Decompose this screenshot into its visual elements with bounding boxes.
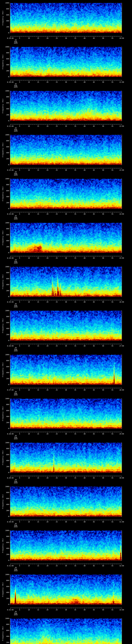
y-axis-title: Frequency (Hz) [2, 98, 4, 113]
x-minute-tick-label: 10 [28, 301, 30, 303]
x-minute-tick-label: 5 [19, 521, 20, 523]
y-tick-label: 800 [0, 624, 9, 625]
y-tick-label: 0 [0, 340, 9, 341]
y-tick-label: 600 [0, 542, 9, 543]
x-minute-tick-label: 5 [19, 565, 20, 566]
date-line: 2015 [14, 394, 18, 396]
x-minute-tick-label: 20 [46, 345, 48, 347]
x-minute-tick-label: 5 [19, 301, 20, 303]
x-minute-tick-label: 25 [56, 345, 58, 347]
x-minute-tick-label: 50 [102, 126, 104, 127]
x-minute-tick-label: 30 [65, 433, 67, 435]
x-minute-tick-label: 55 [112, 477, 113, 479]
y-axis-title: Frequency (Hz) [2, 318, 4, 333]
x-minute-tick-label: 20 [46, 609, 48, 611]
x-minute-tick-label: 30 [65, 38, 67, 39]
y-axis-title: Frequency (Hz) [2, 494, 4, 509]
x-end-time-label: 25:00 [119, 257, 124, 259]
x-minute-tick-label: 40 [84, 565, 86, 566]
x-minute-tick-label: 45 [93, 213, 95, 215]
x-minute-tick-label: 30 [65, 521, 67, 523]
x-minute-tick-label: 35 [74, 565, 76, 566]
y-axis-title: Frequency (Hz) [2, 538, 4, 553]
x-start-time-label: 8:30:00 [7, 521, 14, 523]
x-minute-tick-label: 40 [84, 257, 86, 259]
x-end-time-label: 30:00 [119, 477, 124, 479]
x-minute-tick-label: 40 [84, 521, 86, 523]
y-tick-label: 200 [0, 290, 9, 292]
date-line: 2015 [14, 262, 18, 264]
x-minute-tick-label: 55 [112, 213, 113, 215]
y-tick-label: 1000 [0, 46, 9, 48]
y-tick-label: 0 [0, 120, 9, 122]
y-tick-label: 600 [0, 146, 9, 148]
y-tick-label: 1000 [0, 398, 9, 400]
x-minute-tick-label: 10 [28, 38, 30, 39]
spectrogram-panel: Frequency (Hz)020040060080010008:25:0026… [0, 264, 132, 308]
spectrogram-panel: Frequency (Hz)020040060080010008:33:0034… [0, 616, 132, 644]
x-end-time-label: 33:00 [119, 609, 124, 611]
y-tick-label: 1000 [0, 530, 9, 531]
x-minute-tick-label: 20 [46, 565, 48, 566]
y-tick-label: 400 [0, 460, 9, 461]
y-tick-label: 1000 [0, 486, 9, 488]
y-tick-label: 200 [0, 246, 9, 248]
x-minute-tick-label: 50 [102, 169, 104, 171]
x-minute-tick-label: 40 [84, 609, 86, 611]
x-minute-tick-label: 10 [28, 521, 30, 523]
y-tick-label: 200 [0, 598, 9, 599]
x-minute-tick-label: 35 [74, 477, 76, 479]
x-minute-tick-label: 50 [102, 477, 104, 479]
date-line: 2015 [14, 526, 18, 528]
x-minute-tick-label: 40 [84, 477, 86, 479]
y-tick-label: 400 [0, 108, 9, 110]
y-tick-label: 0 [0, 472, 9, 473]
x-minute-tick-label: 30 [65, 126, 67, 127]
date-line: 2015 [14, 130, 18, 132]
date-line: 2015 [14, 614, 18, 616]
spectrogram-panel: Frequency (Hz)020040060080010008:30:0031… [0, 484, 132, 528]
y-tick-label: 1000 [0, 354, 9, 356]
x-minute-tick-label: 45 [93, 609, 95, 611]
y-tick-label: 600 [0, 190, 9, 192]
y-tick-label: 0 [0, 516, 9, 517]
x-minute-tick-label: 15 [37, 389, 39, 391]
y-tick-label: 1000 [0, 310, 9, 312]
x-minute-tick-label: 35 [74, 126, 76, 127]
x-minute-tick-label: 10 [28, 565, 30, 566]
x-minute-tick-label: 55 [112, 521, 113, 523]
y-tick-label: 0 [0, 604, 9, 605]
x-minute-tick-label: 35 [74, 213, 76, 215]
x-minute-tick-label: 35 [74, 301, 76, 303]
x-minute-tick-label: 45 [93, 301, 95, 303]
x-minute-tick-label: 10 [28, 169, 30, 171]
date-line: 2015 [14, 218, 18, 220]
y-tick-label: 200 [0, 70, 9, 72]
x-end-time-label: 31:00 [119, 521, 124, 523]
spectrogram-panel: Frequency (Hz)020040060080010008:20:0021… [0, 44, 132, 88]
x-minute-tick-label: 25 [56, 126, 58, 127]
spectrogram-panel: Frequency (Hz)020040060080010008:21:0022… [0, 88, 132, 132]
x-minute-tick-label: 40 [84, 126, 86, 127]
x-minute-tick-label: 15 [37, 521, 39, 523]
x-end-time-label: 26:00 [119, 301, 124, 303]
y-axis-title: Frequency (Hz) [2, 406, 4, 421]
x-minute-tick-label: 20 [46, 82, 48, 83]
y-tick-label: 1000 [0, 134, 9, 136]
x-minute-tick-label: 5 [19, 126, 20, 127]
y-axis-title: Frequency (Hz) [2, 186, 4, 201]
date-line: 2015 [14, 86, 18, 88]
x-minute-tick-label: 50 [102, 213, 104, 215]
x-minute-tick-label: 20 [46, 301, 48, 303]
x-minute-tick-label: 10 [28, 82, 30, 83]
x-minute-tick-label: 45 [93, 477, 95, 479]
y-tick-label: 200 [0, 202, 9, 204]
y-axis-title: Frequency (Hz) [2, 142, 4, 157]
x-start-time-label: 8:28:00 [7, 433, 14, 435]
date-line: 2015 [14, 570, 18, 572]
x-minute-tick-label: 20 [46, 257, 48, 259]
x-minute-tick-label: 35 [74, 345, 76, 347]
y-tick-label: 800 [0, 360, 9, 362]
x-minute-tick-label: 20 [46, 38, 48, 39]
x-minute-tick-label: 50 [102, 389, 104, 391]
